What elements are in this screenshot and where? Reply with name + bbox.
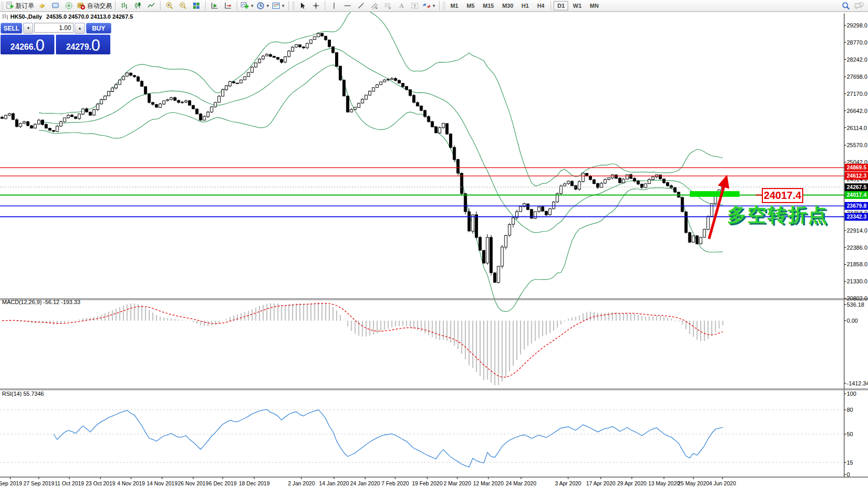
rsi-axis-label: 100 bbox=[847, 391, 856, 397]
timeframe-m30[interactable]: M30 bbox=[499, 1, 517, 10]
date-label: 4 Nov 2019 bbox=[117, 480, 145, 486]
date-label: 4 Jun 2020 bbox=[709, 480, 736, 486]
candle bbox=[401, 83, 404, 87]
auto-scroll-icon bbox=[210, 2, 219, 10]
toolbar-grip[interactable] bbox=[443, 2, 445, 10]
cursor-tool-button[interactable] bbox=[296, 1, 309, 11]
candle bbox=[302, 47, 305, 48]
candle bbox=[343, 80, 345, 96]
fibonacci-tool-button[interactable]: F bbox=[381, 1, 395, 11]
line-chart-button[interactable] bbox=[144, 1, 158, 11]
buy-button[interactable]: BUY bbox=[86, 23, 111, 34]
auto-scroll-button[interactable] bbox=[208, 1, 221, 11]
label-tool-button[interactable]: T bbox=[408, 1, 422, 11]
candle bbox=[357, 103, 360, 107]
toolbar-grip[interactable] bbox=[292, 2, 295, 10]
sell-button[interactable]: SELL bbox=[1, 23, 22, 34]
candle bbox=[630, 175, 632, 178]
candle bbox=[508, 224, 511, 235]
candle bbox=[350, 109, 353, 112]
candle bbox=[497, 266, 500, 282]
candle bbox=[416, 103, 419, 106]
candle bbox=[8, 113, 11, 115]
candle bbox=[133, 76, 136, 77]
turning-point-annotation[interactable]: 多空转折点 bbox=[727, 202, 828, 228]
vertical-line-tool-button[interactable] bbox=[327, 1, 341, 11]
tile-windows-button[interactable] bbox=[190, 1, 203, 11]
autotrading-button[interactable]: 自动交易 bbox=[76, 1, 113, 11]
candle bbox=[652, 177, 654, 179]
text-tool-button[interactable]: A bbox=[395, 1, 408, 11]
candle bbox=[538, 207, 540, 211]
periods-button[interactable]: ▼ bbox=[255, 1, 271, 11]
market-watch-button[interactable] bbox=[35, 1, 49, 11]
periods-icon bbox=[256, 2, 265, 10]
candle bbox=[189, 100, 191, 105]
zoom-out-button[interactable] bbox=[176, 1, 190, 11]
timeframe-m15[interactable]: M15 bbox=[479, 1, 497, 10]
date-label: 29 Apr 2020 bbox=[617, 480, 647, 486]
arrows-tool-button[interactable]: ▼ bbox=[422, 1, 437, 11]
zoom-in-button[interactable] bbox=[163, 1, 176, 11]
bar-chart-button[interactable] bbox=[118, 1, 131, 11]
templates-button[interactable]: ▼ bbox=[271, 1, 286, 11]
chart-window-title: HK50-,Daily 24535.0 24570.0 24113.0 2426… bbox=[2, 13, 133, 20]
candle bbox=[438, 127, 441, 133]
volume-input[interactable] bbox=[34, 23, 74, 33]
trendline-tool-button[interactable] bbox=[354, 1, 368, 11]
crosshair-tool-button[interactable] bbox=[309, 1, 323, 11]
date-label: 24 Jan 2020 bbox=[350, 480, 380, 486]
candle bbox=[52, 131, 55, 132]
buy-price-display[interactable]: 24279. 0 bbox=[56, 35, 110, 54]
templates-caret-icon: ▼ bbox=[281, 4, 285, 8]
candle bbox=[703, 229, 706, 237]
candle bbox=[247, 73, 250, 77]
search-button[interactable] bbox=[839, 1, 852, 11]
timeframe-mn[interactable]: MN bbox=[586, 1, 602, 10]
timeframe-m1[interactable]: M1 bbox=[447, 1, 462, 10]
channel-tool-button[interactable]: E bbox=[368, 1, 381, 11]
candle bbox=[126, 73, 128, 76]
sell-price-display[interactable]: 24266. 0 bbox=[1, 35, 54, 54]
macd-axis-label: -1412.34 bbox=[847, 380, 868, 386]
new-order-button[interactable]: 新订单 bbox=[5, 1, 35, 11]
rsi-line bbox=[53, 409, 722, 467]
candle bbox=[243, 77, 246, 80]
level-annotation-box[interactable]: 24017.4 bbox=[762, 188, 803, 203]
candlestick-chart-button[interactable] bbox=[131, 1, 144, 11]
text-icon: A bbox=[398, 2, 405, 10]
chart-shift-button[interactable] bbox=[221, 1, 235, 11]
highlight-zone[interactable] bbox=[690, 191, 740, 197]
candle bbox=[196, 109, 198, 114]
timeframe-bar: M1M5M15M30H1H4D1W1MN bbox=[446, 1, 603, 10]
candle bbox=[60, 122, 62, 126]
candle bbox=[512, 218, 514, 224]
candle bbox=[111, 88, 114, 92]
macd-signal-line bbox=[2, 304, 723, 377]
svg-text:A: A bbox=[399, 2, 404, 9]
candle bbox=[67, 116, 69, 118]
indicators-button[interactable]: ▼ bbox=[239, 1, 255, 11]
chat-button[interactable] bbox=[852, 1, 866, 11]
timeframe-m5[interactable]: M5 bbox=[463, 1, 478, 10]
timeframe-d1[interactable]: D1 bbox=[554, 1, 568, 10]
volume-decrease-button[interactable]: ▼ bbox=[23, 23, 33, 34]
timeframe-h4[interactable]: H4 bbox=[533, 1, 548, 10]
autotrading-icon bbox=[77, 2, 85, 10]
chart-canvas[interactable] bbox=[0, 0, 868, 489]
candle bbox=[306, 44, 309, 48]
toolbar-grip[interactable] bbox=[1, 2, 4, 10]
candle bbox=[688, 233, 691, 242]
candle bbox=[155, 105, 158, 107]
timeframe-w1[interactable]: W1 bbox=[569, 1, 585, 10]
data-window-button[interactable] bbox=[49, 1, 62, 11]
indicators-icon bbox=[240, 2, 249, 10]
horizontal-line-tool-button[interactable] bbox=[341, 1, 354, 11]
volume-increase-button[interactable]: ▲ bbox=[75, 23, 84, 34]
navigator-button[interactable] bbox=[62, 1, 76, 11]
timeframe-h1[interactable]: H1 bbox=[518, 1, 532, 10]
candle bbox=[424, 110, 426, 117]
candle bbox=[140, 81, 143, 87]
date-label: 7 Feb 2020 bbox=[381, 480, 409, 486]
candle bbox=[12, 113, 15, 120]
